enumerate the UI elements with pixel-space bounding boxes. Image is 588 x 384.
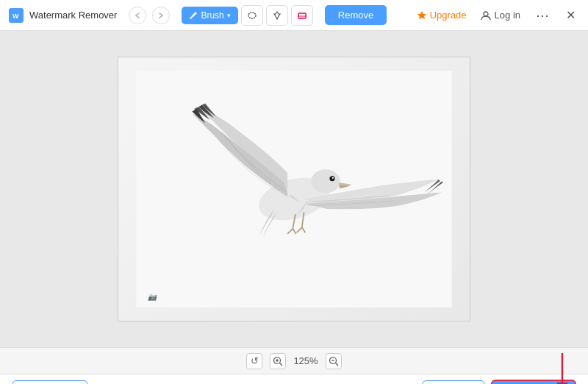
brush-button[interactable]: Brush ▾: [182, 7, 237, 24]
seagull-image: 📷: [136, 71, 452, 307]
download-button[interactable]: Download: [491, 380, 576, 385]
canvas-area: 📷: [0, 31, 588, 347]
upgrade-label: Upgrade: [430, 10, 467, 21]
svg-point-2: [190, 17, 192, 19]
brush-label: Brush: [201, 10, 223, 21]
main-image[interactable]: 📷: [118, 57, 470, 321]
svg-line-14: [280, 363, 283, 366]
svg-text:W: W: [12, 13, 19, 20]
svg-point-3: [248, 13, 256, 18]
lasso-tool-button[interactable]: [241, 5, 263, 26]
brush-chevron-icon: ▾: [227, 12, 231, 19]
app-logo: W: [9, 8, 24, 23]
bottom-bar: New Image Crop Download: [0, 374, 588, 384]
rotate-button[interactable]: ↺: [246, 353, 262, 369]
login-label: Log in: [495, 10, 520, 21]
toolbar-tools: Brush ▾: [182, 5, 312, 26]
pin-tool-button[interactable]: [266, 5, 288, 26]
new-image-button[interactable]: New Image: [12, 380, 88, 384]
login-button[interactable]: Log in: [480, 10, 520, 21]
close-button[interactable]: ✕: [562, 7, 579, 24]
nav-back-button[interactable]: [129, 7, 146, 24]
remove-button[interactable]: Remove: [325, 5, 387, 25]
zoom-in-button[interactable]: [270, 353, 286, 369]
upgrade-button[interactable]: Upgrade: [417, 10, 467, 21]
svg-point-11: [332, 177, 334, 179]
crop-button[interactable]: Crop: [422, 380, 485, 384]
menu-button[interactable]: ⋯: [534, 7, 551, 24]
svg-point-6: [484, 12, 488, 16]
nav-forward-button[interactable]: [152, 7, 170, 24]
svg-point-10: [329, 176, 334, 181]
app-title: Watermark Remover: [29, 10, 117, 21]
erase-tool-button[interactable]: [291, 5, 313, 26]
title-bar: W Watermark Remover Brush ▾: [0, 0, 588, 31]
svg-line-18: [335, 363, 338, 366]
image-container[interactable]: 📷: [118, 57, 470, 321]
zoom-bar: ↺ 125%: [0, 347, 588, 374]
svg-point-9: [311, 169, 340, 193]
zoom-out-button[interactable]: [326, 353, 342, 369]
rotate-icon: ↺: [251, 355, 259, 366]
zoom-level: 125%: [293, 355, 318, 366]
